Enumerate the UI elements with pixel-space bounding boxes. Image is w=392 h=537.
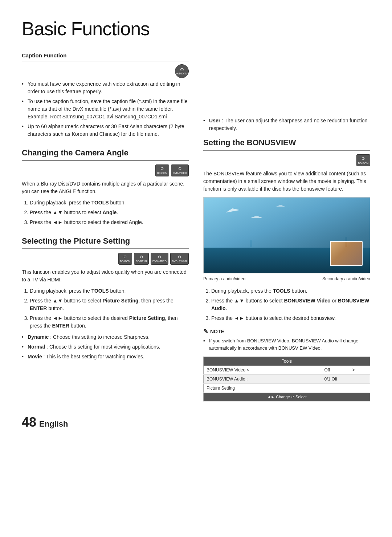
user-bullet-section: User : The user can adjust the sharpness… bbox=[203, 117, 370, 132]
bonusview-icon-row: ⊙ BD-ROM bbox=[203, 154, 370, 166]
camera-angle-icons: ⊙ BD-ROM ⊙ DVD-VIDEO bbox=[22, 164, 189, 176]
secondary-label: Secondary a audio/video bbox=[322, 276, 370, 282]
caption-bullet-1: You must have some experience with video… bbox=[22, 80, 189, 95]
note-icon: ✎ bbox=[203, 327, 208, 336]
bonusview-intro: The BONUSVIEW feature allows you to view… bbox=[203, 170, 370, 193]
page-number-section: 48 English bbox=[22, 412, 370, 432]
camera-angle-intro: When a Blu-ray Disc/DVD contains multipl… bbox=[22, 180, 189, 195]
page-title: Basic Functions bbox=[22, 15, 370, 43]
bonusview-small-screen bbox=[330, 241, 363, 266]
secondary-arrow bbox=[346, 237, 346, 247]
note-text: If you switch from BONUSVIEW Video, BONU… bbox=[203, 337, 370, 351]
bonusview-section: Setting the BONUSVIEW ⊙ BD-ROM The BONUS… bbox=[203, 137, 370, 402]
right-column: User : The user can adjust the sharpness… bbox=[203, 52, 370, 402]
caption-function-bullets: You must have some experience with video… bbox=[22, 80, 189, 138]
camera-step-3: Press the ◄► buttons to select the desir… bbox=[30, 219, 189, 226]
tools-bold-bonusview: TOOLS bbox=[273, 288, 290, 294]
bonusview-image bbox=[203, 197, 370, 273]
dvd-video-icon: ⊙ DVD-VIDEO bbox=[171, 164, 189, 176]
movie-label: Movie bbox=[28, 354, 42, 359]
camera-angle-section: Changing the Camera Angle ⊙ BD-ROM ⊙ DVD… bbox=[22, 147, 189, 226]
bd-re-r-icon: ⊙ BD-RE/-R bbox=[134, 253, 149, 265]
bonusview-video-bold: BONUSVIEW Video bbox=[284, 298, 330, 304]
caption-icon-row: ⊙ DivX/MKV/MP4 bbox=[22, 64, 189, 78]
picture-step-2: Press the ▲▼ buttons to select Picture S… bbox=[30, 297, 189, 312]
bonusview-video-label: BONUSVIEW Video < bbox=[204, 366, 322, 375]
caption-bullet-2: To use the caption function, save the ca… bbox=[22, 98, 189, 121]
picture-setting-subbullets: Dynamic : Choose this setting to increas… bbox=[22, 333, 189, 361]
picture-setting-bold: Picture Setting bbox=[102, 298, 138, 304]
dvd-rw-icon: ⊙ DVD±RW/±R bbox=[170, 253, 189, 265]
primary-label: Primary a audio/video bbox=[203, 276, 245, 282]
primary-arrow bbox=[251, 240, 251, 247]
tools-bold-2: TOOLS bbox=[91, 288, 109, 294]
table-row: BONUSVIEW Video < Off > bbox=[204, 366, 370, 375]
bonusview-audio-label: BONUSVIEW Audio : bbox=[204, 375, 322, 384]
caption-function-title: Caption Function bbox=[22, 52, 189, 61]
tools-table: Tools BONUSVIEW Video < Off > BONUSVIEW … bbox=[203, 357, 370, 402]
picture-step-3: Press the ◄► buttons to select the desir… bbox=[30, 314, 189, 330]
user-label: User bbox=[209, 118, 220, 123]
bonusview-steps: During playback, press the TOOLS button.… bbox=[203, 287, 370, 322]
bonusview-video-arrow: > bbox=[349, 366, 370, 375]
bd-rom-icon: ⊙ BD-ROM bbox=[155, 164, 169, 176]
table-row: Picture Setting bbox=[204, 384, 370, 393]
enter-bold-1: ENTER bbox=[30, 305, 47, 311]
bd-rom-icon-bonusview: ⊙ BD-ROM bbox=[356, 154, 370, 166]
divx-mkv-mp4-icon: ⊙ DivX/MKV/MP4 bbox=[175, 64, 189, 78]
tools-table-header: Tools bbox=[204, 357, 370, 366]
bonusview-labels: Primary a audio/video Secondary a audio/… bbox=[203, 276, 370, 282]
dynamic-bullet: Dynamic : Choose this setting to increas… bbox=[22, 333, 189, 341]
camera-step-1: During playback, press the TOOLS button. bbox=[30, 199, 189, 207]
picture-setting-title: Selecting the Picture Setting bbox=[22, 235, 189, 249]
normal-bullet: Normal : Choose this setting for most vi… bbox=[22, 343, 189, 351]
movie-bullet: Movie : This is the best setting for wat… bbox=[22, 353, 189, 361]
picture-setting-intro: This function enables you to adjust vide… bbox=[22, 268, 189, 284]
bd-rom-icon-2: ⊙ BD-ROM bbox=[118, 253, 132, 265]
bonusview-audio-value: 0/1 Off bbox=[321, 375, 370, 384]
enter-bold-2: ENTER bbox=[52, 323, 69, 329]
tools-bold-1: TOOLS bbox=[91, 200, 109, 206]
normal-label: Normal bbox=[28, 344, 45, 350]
bonusview-step-3: Press the ◄► buttons to select the desir… bbox=[211, 314, 370, 322]
bonusview-video-value: Off bbox=[321, 366, 349, 375]
camera-angle-title: Changing the Camera Angle bbox=[22, 147, 189, 161]
bonusview-step-2: Press the ▲▼ buttons to select BONUSVIEW… bbox=[211, 297, 370, 312]
picture-setting-section: Selecting the Picture Setting ⊙ BD-ROM ⊙… bbox=[22, 235, 189, 361]
user-bullet: User : The user can adjust the sharpness… bbox=[203, 117, 370, 132]
page-language: English bbox=[39, 418, 68, 430]
dynamic-label: Dynamic bbox=[28, 334, 49, 340]
caption-bullet-3: Up to 60 alphanumeric characters or 30 E… bbox=[22, 123, 189, 138]
bird-icon-2 bbox=[251, 216, 262, 218]
angle-bold: Angle bbox=[102, 209, 117, 215]
picture-setting-icons: ⊙ BD-ROM ⊙ BD-RE/-R ⊙ DVD-VIDEO ⊙ DVD±RW… bbox=[22, 253, 189, 265]
small-screen-inner bbox=[331, 242, 362, 265]
bird-icon-3 bbox=[276, 205, 285, 207]
caption-function-section: Caption Function ⊙ DivX/MKV/MP4 You must… bbox=[22, 52, 189, 138]
camera-angle-steps: During playback, press the TOOLS button.… bbox=[22, 199, 189, 226]
tools-table-footer: ◄► Change ↵ Select bbox=[204, 393, 370, 402]
bonusview-step-1: During playback, press the TOOLS button. bbox=[211, 287, 370, 295]
note-title: ✎ NOTE bbox=[203, 327, 370, 336]
table-footer-row: ◄► Change ↵ Select bbox=[204, 393, 370, 402]
picture-setting-row: Picture Setting bbox=[204, 384, 370, 393]
picture-setting-bold-2: Picture Setting bbox=[129, 315, 165, 321]
left-column: Caption Function ⊙ DivX/MKV/MP4 You must… bbox=[22, 52, 189, 402]
camera-step-2: Press the ▲▼ buttons to select Angle. bbox=[30, 209, 189, 216]
note-label: NOTE bbox=[210, 328, 224, 335]
picture-step-1: During playback, press the TOOLS button. bbox=[30, 287, 189, 295]
dvd-video-icon-2: ⊙ DVD-VIDEO bbox=[151, 253, 168, 265]
table-row: BONUSVIEW Audio : 0/1 Off bbox=[204, 375, 370, 384]
note-box: ✎ NOTE If you switch from BONUSVIEW Vide… bbox=[203, 327, 370, 351]
bonusview-title: Setting the BONUSVIEW bbox=[203, 137, 370, 151]
picture-setting-steps: During playback, press the TOOLS button.… bbox=[22, 287, 189, 330]
page-number: 48 bbox=[22, 412, 36, 432]
